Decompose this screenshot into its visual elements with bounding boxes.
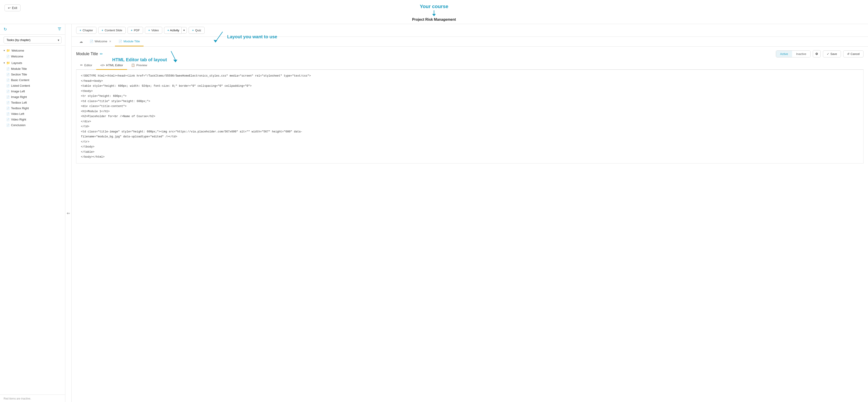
layout-title: Module Title ✏ bbox=[76, 52, 103, 56]
exit-button[interactable]: ↩ Exit bbox=[4, 4, 21, 11]
editor-tabs: ✏ Editor </> HTML Editor 📋 Preview bbox=[76, 61, 864, 70]
code-line-7: <div class="title-content"> bbox=[81, 104, 859, 109]
nav-item-video-right[interactable]: 📄 Video Right bbox=[6, 116, 65, 122]
page-tabs-wrapper: ☁ 📄 Welcome ✕ 📄 Module Title Layout you … bbox=[72, 37, 868, 46]
editor-area: Module Title ✏ Active Inactive ⚙ ✓ Save … bbox=[72, 46, 868, 402]
code-line-14: </tr> bbox=[81, 139, 859, 144]
close-welcome-tab[interactable]: ✕ bbox=[109, 40, 111, 43]
preview-icon: 📋 bbox=[131, 63, 135, 67]
toolbar: + Chapter + Content Slide + PDF + Video … bbox=[72, 24, 868, 37]
code-line-4: <tbody> bbox=[81, 89, 859, 94]
code-line-9: <h2>Placeholder for<br />Name of Course<… bbox=[81, 114, 859, 119]
main-layout: ↻ Tasks (by chapter) ▾ bbox=[0, 24, 868, 402]
arrow-down-icon bbox=[431, 10, 437, 16]
undo-icon: ↺ bbox=[847, 52, 849, 56]
nav-item-section-title[interactable]: 📄 Section Title bbox=[6, 72, 65, 77]
code-line-6: <td class="title" style="height: 600px;"… bbox=[81, 99, 859, 104]
layout-actions: Active Inactive ⚙ ✓ Save ↺ Cancel bbox=[776, 50, 864, 58]
code-line-13: filename="module_bg.jpg" data-uploadtype… bbox=[81, 134, 859, 139]
nav-item-textbox-right[interactable]: 📄 Textbox Right bbox=[6, 105, 65, 111]
code-line-3: <table style="height: 600px; width: 924p… bbox=[81, 83, 859, 89]
nav-group-layouts: ▾ 📁 Layouts 📄 Module Title 📄 Section Tit… bbox=[0, 60, 65, 128]
add-activity-split-button: + Activity ▾ bbox=[164, 27, 187, 34]
sidebar: ↻ Tasks (by chapter) ▾ bbox=[0, 24, 65, 402]
page-icon: 📄 bbox=[6, 101, 10, 104]
tasks-dropdown-wrapper: Tasks (by chapter) bbox=[0, 35, 65, 45]
add-activity-button[interactable]: + Activity bbox=[164, 27, 182, 34]
page-icon: 📄 bbox=[6, 73, 10, 76]
collapse-handle[interactable]: ⇐ bbox=[65, 24, 72, 402]
page-icon: 📄 bbox=[6, 96, 10, 99]
nav-item-module-title[interactable]: 📄 Module Title bbox=[6, 66, 65, 72]
code-line-16: </table> bbox=[81, 149, 859, 155]
nav-folder-welcome-label: Welcome bbox=[11, 49, 24, 52]
cancel-button[interactable]: ↺ Cancel bbox=[843, 51, 864, 58]
nav-item-textbox-left[interactable]: 📄 Textbox Left bbox=[6, 100, 65, 105]
code-line-17: </body></html> bbox=[81, 155, 859, 160]
page-icon: 📄 bbox=[6, 90, 10, 93]
code-line-8: <h1>Module 1</h1> bbox=[81, 109, 859, 114]
page-icon: 📄 bbox=[6, 84, 10, 88]
page-icon: 📄 bbox=[6, 124, 10, 127]
sidebar-top: ↻ bbox=[0, 24, 65, 35]
code-line-11: </td> bbox=[81, 124, 859, 129]
page-icon: 📄 bbox=[6, 118, 10, 121]
nav-folder-layouts[interactable]: ▾ 📁 Layouts bbox=[0, 60, 65, 66]
nav-item-conclusion[interactable]: 📄 Conclusion bbox=[6, 122, 65, 128]
code-line-5: <tr style="height: 600px;"> bbox=[81, 94, 859, 99]
add-activity-dropdown-button[interactable]: ▾ bbox=[181, 27, 187, 34]
svg-marker-1 bbox=[432, 14, 436, 16]
sidebar-nav: ▾ 📁 Welcome 📄 Welcome ▾ 📁 Layouts bbox=[0, 45, 65, 395]
course-label: Your course bbox=[420, 4, 448, 9]
nav-item-image-right[interactable]: 📄 Image Right bbox=[6, 94, 65, 100]
add-quiz-button[interactable]: + Quiz bbox=[189, 27, 205, 34]
nav-folder-layouts-label: Layouts bbox=[11, 61, 22, 65]
settings-icon-button[interactable]: ⚙ bbox=[813, 50, 821, 58]
inactive-button[interactable]: Inactive bbox=[792, 51, 810, 57]
nav-children-welcome: 📄 Welcome bbox=[0, 54, 65, 59]
code-line-10: </div> bbox=[81, 119, 859, 124]
page-tab-module-title[interactable]: 📄 Module Title bbox=[115, 37, 144, 46]
page-tab-welcome[interactable]: 📄 Welcome ✕ bbox=[86, 37, 115, 46]
page-icon: 📄 bbox=[6, 55, 10, 58]
active-button[interactable]: Active bbox=[776, 51, 792, 57]
edit-icon-tab: ✏ bbox=[80, 63, 83, 67]
code-line-2: </head><body> bbox=[81, 78, 859, 84]
nav-item-listed-content[interactable]: 📄 Listed Content bbox=[6, 83, 65, 89]
page-icon: 📄 bbox=[6, 107, 10, 110]
editor-tabs-wrapper: ✏ Editor </> HTML Editor 📋 Preview HTML … bbox=[76, 61, 864, 70]
nav-item-welcome[interactable]: 📄 Welcome bbox=[6, 54, 65, 59]
nav-item-basic-content[interactable]: 📄 Basic Content bbox=[6, 77, 65, 83]
code-line-1: <!DOCTYPE html><html><head><link href="/… bbox=[81, 73, 859, 78]
exit-icon: ↩ bbox=[8, 6, 10, 10]
edit-title-icon[interactable]: ✏ bbox=[100, 52, 103, 56]
page-icon-welcome: 📄 bbox=[90, 40, 93, 43]
layout-title-bar: Module Title ✏ Active Inactive ⚙ ✓ Save … bbox=[76, 50, 864, 58]
add-chapter-button[interactable]: + Chapter bbox=[76, 27, 96, 34]
code-area: <!DOCTYPE html><html><head><link href="/… bbox=[76, 70, 864, 164]
cloud-tab[interactable]: ☁ bbox=[76, 37, 86, 46]
add-content-slide-button[interactable]: + Content Slide bbox=[98, 27, 126, 34]
filter-icon[interactable] bbox=[58, 27, 62, 32]
page-tabs: ☁ 📄 Welcome ✕ 📄 Module Title bbox=[72, 37, 868, 46]
code-line-15: </tbody> bbox=[81, 144, 859, 149]
save-button[interactable]: ✓ Save bbox=[823, 51, 841, 58]
sidebar-footer: Red items are inactive. bbox=[0, 395, 65, 402]
folder-icon: 📁 bbox=[6, 48, 10, 52]
add-pdf-button[interactable]: + PDF bbox=[128, 27, 143, 34]
checkmark-icon: ✓ bbox=[827, 52, 829, 56]
add-video-button[interactable]: + Video bbox=[145, 27, 162, 34]
nav-item-image-left[interactable]: 📄 Image Left bbox=[6, 89, 65, 94]
nav-folder-welcome[interactable]: ▾ 📁 Welcome bbox=[0, 47, 65, 54]
editor-tab-preview[interactable]: 📋 Preview bbox=[127, 61, 151, 70]
collapse-icon: ⇐ bbox=[67, 211, 70, 216]
tasks-dropdown[interactable]: Tasks (by chapter) bbox=[4, 36, 62, 43]
editor-tab-editor[interactable]: ✏ Editor bbox=[76, 61, 96, 70]
page-icon: 📄 bbox=[6, 78, 10, 82]
refresh-icon[interactable]: ↻ bbox=[4, 27, 7, 32]
nav-item-video-left[interactable]: 📄 Video Left bbox=[6, 111, 65, 116]
page-icon: 📄 bbox=[6, 112, 10, 115]
active-inactive-toggle: Active Inactive bbox=[776, 51, 810, 58]
top-header: ↩ Exit Your course Project Risk Manageme… bbox=[0, 0, 868, 24]
editor-tab-html[interactable]: </> HTML Editor bbox=[96, 61, 127, 70]
